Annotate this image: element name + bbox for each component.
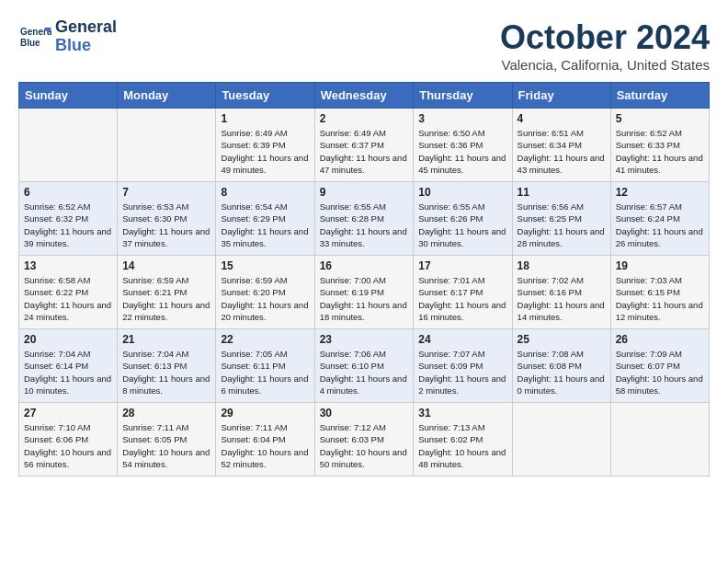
day-info: Sunrise: 7:09 AMSunset: 6:07 PMDaylight:…: [616, 348, 704, 396]
weekday-header-sunday: Sunday: [19, 83, 118, 109]
calendar-week-4: 20 Sunrise: 7:04 AMSunset: 6:14 PMDaylig…: [19, 329, 710, 403]
day-number: 2: [320, 112, 409, 125]
calendar-cell: 30 Sunrise: 7:12 AMSunset: 6:03 PMDaylig…: [314, 403, 414, 477]
day-number: 24: [418, 333, 506, 346]
logo-text-line1: General: [55, 18, 117, 37]
calendar-cell: 29 Sunrise: 7:11 AMSunset: 6:04 PMDaylig…: [216, 403, 314, 477]
day-number: 29: [221, 407, 309, 419]
calendar-cell: 18 Sunrise: 7:02 AMSunset: 6:16 PMDaylig…: [512, 256, 610, 329]
logo-icon: General Blue: [18, 20, 51, 53]
calendar-cell: 23 Sunrise: 7:06 AMSunset: 6:10 PMDaylig…: [314, 329, 414, 403]
calendar-cell: 8 Sunrise: 6:54 AMSunset: 6:29 PMDayligh…: [216, 182, 314, 256]
day-info: Sunrise: 7:07 AMSunset: 6:09 PMDaylight:…: [418, 348, 506, 396]
weekday-header-thursday: Thursday: [414, 83, 512, 109]
day-info: Sunrise: 6:52 AMSunset: 6:32 PMDaylight:…: [24, 201, 112, 249]
calendar-cell: 7 Sunrise: 6:53 AMSunset: 6:30 PMDayligh…: [118, 182, 216, 256]
weekday-header-row: SundayMondayTuesdayWednesdayThursdayFrid…: [19, 83, 710, 109]
calendar-cell: 4 Sunrise: 6:51 AMSunset: 6:34 PMDayligh…: [512, 109, 610, 182]
weekday-header-monday: Monday: [118, 83, 216, 109]
day-number: 3: [418, 112, 506, 125]
day-info: Sunrise: 6:54 AMSunset: 6:29 PMDaylight:…: [221, 201, 309, 249]
day-info: Sunrise: 7:10 AMSunset: 6:06 PMDaylight:…: [24, 421, 112, 470]
day-info: Sunrise: 6:59 AMSunset: 6:21 PMDaylight:…: [122, 274, 210, 323]
calendar-cell: 1 Sunrise: 6:49 AMSunset: 6:39 PMDayligh…: [216, 109, 314, 182]
calendar-cell: 31 Sunrise: 7:13 AMSunset: 6:02 PMDaylig…: [414, 403, 512, 477]
calendar-cell: 10 Sunrise: 6:55 AMSunset: 6:26 PMDaylig…: [414, 182, 512, 256]
weekday-header-tuesday: Tuesday: [216, 83, 314, 109]
calendar-cell: [19, 109, 118, 182]
day-info: Sunrise: 6:59 AMSunset: 6:20 PMDaylight:…: [221, 274, 309, 323]
logo: General Blue General Blue: [18, 18, 117, 55]
day-info: Sunrise: 6:50 AMSunset: 6:36 PMDaylight:…: [418, 127, 506, 176]
weekday-header-saturday: Saturday: [610, 83, 709, 109]
calendar-cell: 6 Sunrise: 6:52 AMSunset: 6:32 PMDayligh…: [19, 182, 118, 256]
day-info: Sunrise: 6:49 AMSunset: 6:39 PMDaylight:…: [221, 127, 309, 176]
day-number: 20: [24, 333, 112, 346]
day-info: Sunrise: 6:56 AMSunset: 6:25 PMDaylight:…: [518, 201, 606, 249]
calendar-body: 1 Sunrise: 6:49 AMSunset: 6:39 PMDayligh…: [19, 109, 710, 477]
calendar-cell: [610, 403, 709, 477]
day-number: 18: [518, 259, 606, 272]
calendar-cell: [512, 403, 610, 477]
day-info: Sunrise: 6:52 AMSunset: 6:33 PMDaylight:…: [616, 127, 704, 176]
day-number: 30: [320, 407, 409, 419]
calendar-week-1: 1 Sunrise: 6:49 AMSunset: 6:39 PMDayligh…: [19, 109, 710, 182]
calendar-cell: 12 Sunrise: 6:57 AMSunset: 6:24 PMDaylig…: [610, 182, 709, 256]
calendar-week-2: 6 Sunrise: 6:52 AMSunset: 6:32 PMDayligh…: [19, 182, 710, 256]
calendar-week-5: 27 Sunrise: 7:10 AMSunset: 6:06 PMDaylig…: [19, 403, 710, 477]
day-info: Sunrise: 7:00 AMSunset: 6:19 PMDaylight:…: [320, 274, 409, 323]
month-title: October 2024: [500, 18, 710, 57]
calendar-cell: 20 Sunrise: 7:04 AMSunset: 6:14 PMDaylig…: [19, 329, 118, 403]
svg-rect-0: [18, 20, 51, 53]
day-number: 22: [221, 333, 309, 346]
day-info: Sunrise: 7:02 AMSunset: 6:16 PMDaylight:…: [518, 274, 606, 323]
day-info: Sunrise: 7:01 AMSunset: 6:17 PMDaylight:…: [418, 274, 506, 323]
calendar-cell: 16 Sunrise: 7:00 AMSunset: 6:19 PMDaylig…: [314, 256, 414, 329]
calendar-table: SundayMondayTuesdayWednesdayThursdayFrid…: [18, 82, 710, 477]
day-info: Sunrise: 7:11 AMSunset: 6:04 PMDaylight:…: [221, 421, 309, 470]
day-info: Sunrise: 7:04 AMSunset: 6:13 PMDaylight:…: [122, 348, 210, 396]
day-number: 5: [616, 112, 704, 125]
day-info: Sunrise: 7:03 AMSunset: 6:15 PMDaylight:…: [616, 274, 704, 323]
day-info: Sunrise: 7:08 AMSunset: 6:08 PMDaylight:…: [518, 348, 606, 396]
day-number: 10: [418, 186, 506, 199]
day-number: 23: [320, 333, 409, 346]
day-number: 21: [122, 333, 210, 346]
day-number: 14: [122, 259, 210, 272]
day-number: 16: [320, 259, 409, 272]
calendar-cell: 22 Sunrise: 7:05 AMSunset: 6:11 PMDaylig…: [216, 329, 314, 403]
day-number: 7: [122, 186, 210, 199]
day-number: 27: [24, 407, 112, 419]
day-info: Sunrise: 6:55 AMSunset: 6:28 PMDaylight:…: [320, 201, 409, 249]
calendar-cell: 9 Sunrise: 6:55 AMSunset: 6:28 PMDayligh…: [314, 182, 414, 256]
calendar-cell: 5 Sunrise: 6:52 AMSunset: 6:33 PMDayligh…: [610, 109, 709, 182]
weekday-header-friday: Friday: [512, 83, 610, 109]
day-info: Sunrise: 6:57 AMSunset: 6:24 PMDaylight:…: [616, 201, 704, 249]
title-block: October 2024 Valencia, California, Unite…: [500, 18, 710, 73]
calendar-cell: 15 Sunrise: 6:59 AMSunset: 6:20 PMDaylig…: [216, 256, 314, 329]
day-info: Sunrise: 6:53 AMSunset: 6:30 PMDaylight:…: [122, 201, 210, 249]
day-number: 19: [616, 259, 704, 272]
day-number: 6: [24, 186, 112, 199]
calendar-cell: 11 Sunrise: 6:56 AMSunset: 6:25 PMDaylig…: [512, 182, 610, 256]
day-number: 17: [418, 259, 506, 272]
day-info: Sunrise: 7:11 AMSunset: 6:05 PMDaylight:…: [122, 421, 210, 470]
calendar-week-3: 13 Sunrise: 6:58 AMSunset: 6:22 PMDaylig…: [19, 256, 710, 329]
calendar-cell: 19 Sunrise: 7:03 AMSunset: 6:15 PMDaylig…: [610, 256, 709, 329]
page-header: General Blue General Blue October 2024 V…: [18, 18, 710, 73]
day-number: 12: [616, 186, 704, 199]
day-info: Sunrise: 6:51 AMSunset: 6:34 PMDaylight:…: [518, 127, 606, 176]
day-info: Sunrise: 6:55 AMSunset: 6:26 PMDaylight:…: [418, 201, 506, 249]
day-number: 26: [616, 333, 704, 346]
calendar-cell: 21 Sunrise: 7:04 AMSunset: 6:13 PMDaylig…: [118, 329, 216, 403]
day-number: 31: [418, 407, 506, 419]
day-info: Sunrise: 6:58 AMSunset: 6:22 PMDaylight:…: [24, 274, 112, 323]
day-info: Sunrise: 7:06 AMSunset: 6:10 PMDaylight:…: [320, 348, 409, 396]
calendar-cell: 28 Sunrise: 7:11 AMSunset: 6:05 PMDaylig…: [118, 403, 216, 477]
day-number: 8: [221, 186, 309, 199]
day-number: 15: [221, 259, 309, 272]
logo-text-line2: Blue: [55, 37, 117, 55]
day-info: Sunrise: 7:12 AMSunset: 6:03 PMDaylight:…: [320, 421, 409, 470]
calendar-cell: 3 Sunrise: 6:50 AMSunset: 6:36 PMDayligh…: [414, 109, 512, 182]
day-info: Sunrise: 7:05 AMSunset: 6:11 PMDaylight:…: [221, 348, 309, 396]
